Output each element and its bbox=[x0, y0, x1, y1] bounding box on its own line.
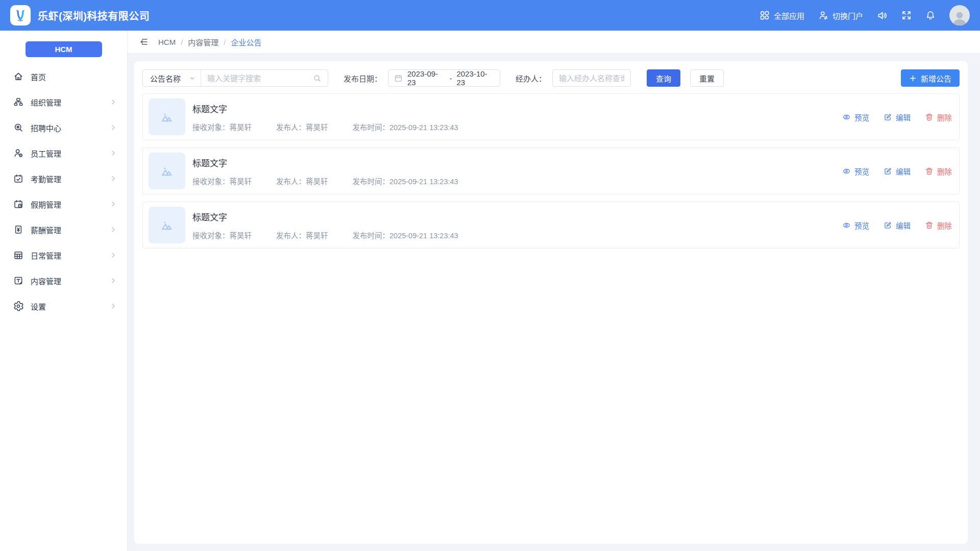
trash-icon bbox=[925, 221, 934, 230]
sidebar-item-employee[interactable]: 员工管理 bbox=[0, 140, 127, 166]
sidebar-item-holiday[interactable]: 假期管理 bbox=[0, 191, 127, 217]
filter-toolbar: 公告名称 发布日期： bbox=[142, 69, 960, 87]
edit-button[interactable]: 编辑 bbox=[884, 166, 911, 177]
announcement-meta: 接收对象：蒋昊轩 发布人：蒋昊轩 发布时间：2025-09-21 13:23:4… bbox=[192, 121, 458, 132]
edit-button[interactable]: 编辑 bbox=[884, 220, 911, 231]
chevron-right-icon bbox=[110, 149, 117, 157]
edit-label: 编辑 bbox=[896, 166, 911, 177]
sidebar-item-org[interactable]: 组织管理 bbox=[0, 89, 127, 115]
publish-time-label: 发布时间： bbox=[353, 178, 390, 186]
all-apps-button[interactable]: 全部应用 bbox=[760, 10, 804, 21]
date-separator: - bbox=[450, 74, 452, 83]
keyword-search-group: 公告名称 bbox=[142, 69, 328, 87]
top-header: 乐虾(深圳)科技有限公司 全部应用 切换门户 bbox=[0, 0, 980, 31]
keyword-input[interactable] bbox=[201, 74, 313, 83]
publisher-label: 发布人： bbox=[276, 123, 306, 132]
sound-button[interactable] bbox=[877, 10, 888, 21]
announcement-info: 标题文字 接收对象：蒋昊轩 发布人：蒋昊轩 发布时间：2025-09-21 13… bbox=[192, 210, 458, 240]
announcement-info: 标题文字 接收对象：蒋昊轩 发布人：蒋昊轩 发布时间：2025-09-21 13… bbox=[192, 156, 458, 186]
field-select[interactable]: 公告名称 bbox=[143, 70, 201, 86]
receiver-field: 接收对象：蒋昊轩 bbox=[192, 230, 252, 240]
delete-button[interactable]: 删除 bbox=[925, 166, 952, 177]
edit-button[interactable]: 编辑 bbox=[884, 112, 911, 122]
bell-icon bbox=[925, 10, 936, 20]
date-label: 发布日期： bbox=[344, 73, 382, 84]
announcement-card: 标题文字 接收对象：蒋昊轩 发布人：蒋昊轩 发布时间：2025-09-21 13… bbox=[142, 147, 960, 194]
sidebar-item-label: 招聘中心 bbox=[31, 122, 110, 133]
breadcrumb-separator: / bbox=[224, 38, 226, 46]
topbar-actions: 全部应用 切换门户 bbox=[760, 5, 970, 26]
fullscreen-icon bbox=[901, 10, 912, 20]
calendar-check-icon bbox=[13, 173, 23, 184]
announcement-image-placeholder bbox=[149, 98, 185, 135]
collapse-sidebar-icon[interactable] bbox=[139, 37, 149, 47]
switch-user-icon bbox=[818, 10, 828, 20]
announcement-actions: 预览 编辑 删除 bbox=[842, 166, 952, 177]
gear-icon bbox=[13, 301, 23, 311]
calendar-clock-icon bbox=[13, 199, 23, 209]
date-range-picker[interactable]: 2023-09-23 - 2023-10-23 bbox=[388, 69, 500, 87]
brand[interactable]: 乐虾(深圳)科技有限公司 bbox=[10, 5, 150, 26]
announcement-actions: 预览 编辑 删除 bbox=[842, 220, 952, 231]
announcement-panel: 公告名称 发布日期： bbox=[134, 61, 968, 544]
sidebar-item-label: 设置 bbox=[31, 301, 110, 312]
receiver-value: 蒋昊轩 bbox=[230, 123, 252, 132]
trash-icon bbox=[925, 167, 934, 176]
publisher-value: 蒋昊轩 bbox=[306, 123, 328, 132]
publisher-label: 发布人： bbox=[276, 178, 306, 186]
publish-time-value: 2025-09-21 13:23:43 bbox=[389, 178, 458, 186]
eye-icon bbox=[842, 221, 851, 230]
sidebar-nav: 首页 组织管理 bbox=[0, 64, 127, 319]
workspace-switcher-button[interactable]: HCM bbox=[26, 41, 102, 57]
main-content: HCM / 内容管理 / 企业公告 公告名称 bbox=[128, 31, 980, 551]
add-announcement-button[interactable]: 新增公告 bbox=[901, 69, 960, 87]
preview-label: 预览 bbox=[854, 166, 869, 177]
breadcrumb-content-mgmt[interactable]: 内容管理 bbox=[188, 37, 218, 47]
sidebar-item-attendance[interactable]: 考勤管理 bbox=[0, 166, 127, 191]
notification-bell-button[interactable] bbox=[925, 10, 936, 20]
delete-button[interactable]: 删除 bbox=[925, 112, 952, 122]
preview-label: 预览 bbox=[854, 220, 869, 231]
preview-button[interactable]: 预览 bbox=[842, 220, 869, 231]
sidebar-item-daily[interactable]: 日常管理 bbox=[0, 242, 127, 268]
sidebar-item-label: 员工管理 bbox=[31, 148, 110, 159]
search-button[interactable]: 查询 bbox=[647, 69, 680, 87]
sidebar-item-content[interactable]: 内容管理 bbox=[0, 268, 127, 293]
receiver-field: 接收对象：蒋昊轩 bbox=[192, 176, 252, 186]
chevron-down-icon bbox=[189, 75, 195, 82]
company-name: 乐虾(深圳)科技有限公司 bbox=[38, 8, 150, 23]
switch-portal-button[interactable]: 切换门户 bbox=[818, 10, 863, 21]
publish-time-label: 发布时间： bbox=[353, 123, 390, 132]
table-grid-icon bbox=[13, 250, 23, 260]
edit-label: 编辑 bbox=[896, 112, 911, 122]
edit-icon bbox=[884, 113, 892, 121]
receiver-field: 接收对象：蒋昊轩 bbox=[192, 121, 252, 132]
announcement-title: 标题文字 bbox=[192, 156, 458, 169]
sidebar-item-settings[interactable]: 设置 bbox=[0, 293, 127, 319]
fullscreen-button[interactable] bbox=[901, 10, 912, 20]
date-end-value: 2023-10-23 bbox=[457, 69, 495, 87]
operator-input[interactable] bbox=[552, 69, 631, 87]
announcement-list: 标题文字 接收对象：蒋昊轩 发布人：蒋昊轩 发布时间：2025-09-21 13… bbox=[142, 93, 960, 248]
breadcrumb-current: 企业公告 bbox=[231, 37, 262, 47]
sidebar: HCM 首页 组织管理 bbox=[0, 31, 128, 551]
preview-button[interactable]: 预览 bbox=[842, 112, 869, 122]
delete-label: 删除 bbox=[937, 112, 952, 122]
sidebar-item-label: 日常管理 bbox=[31, 250, 110, 261]
sidebar-item-recruit[interactable]: 招聘中心 bbox=[0, 115, 127, 140]
app-grid-icon bbox=[760, 10, 770, 20]
sidebar-item-salary[interactable]: 薪酬管理 bbox=[0, 217, 127, 242]
preview-button[interactable]: 预览 bbox=[842, 166, 869, 177]
calendar-icon bbox=[394, 74, 403, 83]
delete-button[interactable]: 删除 bbox=[925, 220, 952, 231]
publisher-field: 发布人：蒋昊轩 bbox=[276, 176, 328, 186]
reset-button[interactable]: 重置 bbox=[690, 69, 724, 87]
sidebar-item-home[interactable]: 首页 bbox=[0, 64, 127, 89]
announcement-title: 标题文字 bbox=[192, 210, 458, 223]
delete-label: 删除 bbox=[937, 166, 952, 177]
user-avatar[interactable] bbox=[949, 5, 970, 26]
announcement-card: 标题文字 接收对象：蒋昊轩 发布人：蒋昊轩 发布时间：2025-09-21 13… bbox=[142, 202, 960, 248]
receiver-label: 接收对象： bbox=[192, 123, 230, 132]
breadcrumb-hcm[interactable]: HCM bbox=[158, 38, 176, 46]
chevron-right-icon bbox=[110, 98, 117, 106]
